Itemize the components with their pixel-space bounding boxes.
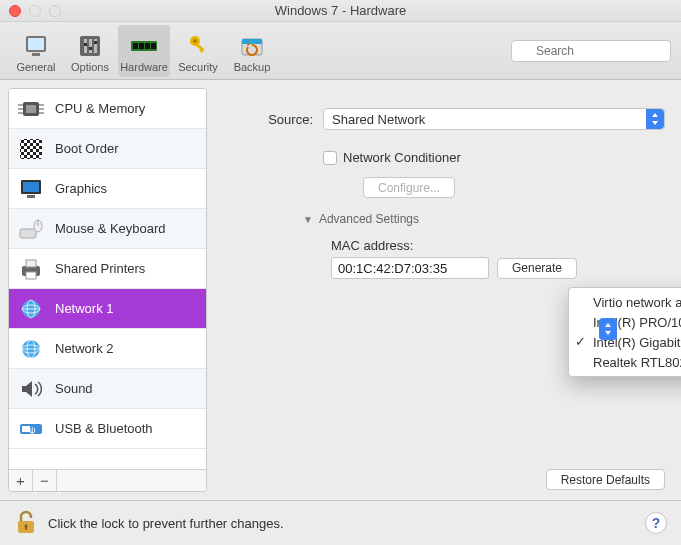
svg-rect-57 <box>25 526 27 530</box>
svg-rect-12 <box>139 43 144 49</box>
tab-general-label: General <box>16 61 55 73</box>
tab-security[interactable]: Security <box>172 25 224 77</box>
svg-rect-31 <box>20 139 42 159</box>
svg-rect-37 <box>27 195 35 198</box>
svg-rect-2 <box>32 53 40 56</box>
sidebar-item-usb-bluetooth[interactable]: ψ USB & Bluetooth <box>9 409 206 449</box>
tab-security-label: Security <box>178 61 218 73</box>
mouse-icon <box>17 216 45 242</box>
boot-icon <box>17 136 45 162</box>
sidebar-label: Sound <box>55 381 93 396</box>
sidebar-item-cpu-memory[interactable]: CPU & Memory <box>9 89 206 129</box>
svg-rect-5 <box>89 39 92 53</box>
sidebar-label: CPU & Memory <box>55 101 145 116</box>
sidebar-label: USB & Bluetooth <box>55 421 153 436</box>
svg-rect-7 <box>84 43 87 46</box>
svg-rect-43 <box>26 272 36 279</box>
security-icon <box>183 31 213 61</box>
adapter-option[interactable]: Intel(R) PRO/1000 MT <box>569 312 681 332</box>
advanced-disclosure[interactable]: ▼ Advanced Settings <box>303 212 419 226</box>
network-conditioner-checkbox[interactable] <box>323 151 337 165</box>
help-button[interactable]: ? <box>645 512 667 534</box>
svg-rect-36 <box>23 182 39 192</box>
svg-rect-1 <box>28 38 44 50</box>
tab-backup[interactable]: Backup <box>226 25 278 77</box>
disclosure-triangle-icon: ▼ <box>303 214 313 225</box>
usb-icon: ψ <box>17 416 45 442</box>
svg-rect-14 <box>151 43 156 49</box>
cpu-icon <box>17 96 45 122</box>
sound-icon <box>17 376 45 402</box>
sidebar-item-sound[interactable]: Sound <box>9 369 206 409</box>
printer-icon <box>17 256 45 282</box>
adapter-option[interactable]: Realtek RTL8029AS <box>569 352 681 372</box>
backup-icon <box>237 31 267 61</box>
svg-text:ψ: ψ <box>29 425 35 435</box>
sidebar-label: Boot Order <box>55 141 119 156</box>
sidebar-item-network-1[interactable]: Network 1 <box>9 289 206 329</box>
select-arrows-icon <box>646 109 664 129</box>
adapter-option[interactable]: Virtio network adapter <box>569 292 681 312</box>
configure-button[interactable]: Configure... <box>363 177 455 198</box>
source-value: Shared Network <box>332 112 425 127</box>
toolbar: General Options Hardware Security Backup <box>0 22 681 80</box>
tab-hardware[interactable]: Hardware <box>118 25 170 77</box>
sidebar-item-graphics[interactable]: Graphics <box>9 169 206 209</box>
remove-button[interactable]: − <box>33 470 57 492</box>
sidebar-item-network-2[interactable]: Network 2 <box>9 329 206 369</box>
mac-address-label: MAC address: <box>331 238 665 253</box>
svg-rect-42 <box>26 260 36 267</box>
checkmark-icon: ✓ <box>575 334 586 349</box>
sidebar-label: Mouse & Keyboard <box>55 221 166 236</box>
tab-backup-label: Backup <box>234 61 271 73</box>
svg-rect-24 <box>26 105 36 113</box>
svg-rect-9 <box>94 41 97 44</box>
svg-rect-11 <box>133 43 138 49</box>
content: CPU & Memory Boot Order Graphics Mouse &… <box>0 80 681 500</box>
sidebar-footer: + − <box>9 469 206 491</box>
sidebar-label: Graphics <box>55 181 107 196</box>
source-label: Source: <box>223 112 313 127</box>
adapter-type-popup: Virtio network adapter Intel(R) PRO/1000… <box>568 287 681 377</box>
generate-button[interactable]: Generate <box>497 258 577 279</box>
mac-address-input[interactable] <box>331 257 489 279</box>
add-button[interactable]: + <box>9 470 33 492</box>
tab-options[interactable]: Options <box>64 25 116 77</box>
lock-icon[interactable] <box>14 509 38 538</box>
main-panel: Source: Shared Network Network Condition… <box>207 80 681 500</box>
svg-rect-13 <box>145 43 150 49</box>
hardware-icon <box>129 31 159 61</box>
svg-rect-8 <box>89 47 92 50</box>
tab-options-label: Options <box>71 61 109 73</box>
svg-rect-20 <box>242 39 262 44</box>
adapter-option-label: Virtio network adapter <box>593 295 681 310</box>
tab-general[interactable]: General <box>10 25 62 77</box>
window-title: Windows 7 - Hardware <box>0 0 681 22</box>
search-input[interactable] <box>511 40 671 62</box>
sidebar-item-boot-order[interactable]: Boot Order <box>9 129 206 169</box>
source-select[interactable]: Shared Network <box>323 108 665 130</box>
adapter-option[interactable]: ✓ Intel(R) Gigabit CT (82574L) <box>569 332 681 352</box>
lock-text: Click the lock to prevent further change… <box>48 516 284 531</box>
tab-hardware-label: Hardware <box>120 61 168 73</box>
general-icon <box>21 31 51 61</box>
sidebar: CPU & Memory Boot Order Graphics Mouse &… <box>8 88 207 492</box>
svg-rect-38 <box>20 229 36 238</box>
sidebar-label: Network 1 <box>55 301 114 316</box>
adapter-option-label: Realtek RTL8029AS <box>593 355 681 370</box>
titlebar: Windows 7 - Hardware <box>0 0 681 22</box>
sidebar-item-shared-printers[interactable]: Shared Printers <box>9 249 206 289</box>
network-icon <box>17 336 45 362</box>
sidebar-label: Network 2 <box>55 341 114 356</box>
graphics-icon <box>17 176 45 202</box>
advanced-label: Advanced Settings <box>319 212 419 226</box>
sidebar-label: Shared Printers <box>55 261 145 276</box>
lock-bar: Click the lock to prevent further change… <box>0 500 681 545</box>
network-icon <box>17 296 45 322</box>
select-arrows-icon <box>599 318 617 340</box>
sidebar-item-mouse-keyboard[interactable]: Mouse & Keyboard <box>9 209 206 249</box>
restore-defaults-button[interactable]: Restore Defaults <box>546 469 665 490</box>
options-icon <box>75 31 105 61</box>
network-conditioner-label: Network Conditioner <box>343 150 461 165</box>
svg-point-16 <box>193 39 197 43</box>
